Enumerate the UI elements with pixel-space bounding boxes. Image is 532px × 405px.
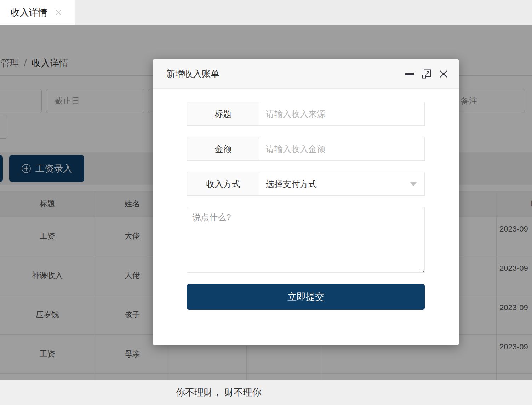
- note-textarea[interactable]: [187, 207, 425, 273]
- maximize-button[interactable]: [422, 69, 431, 79]
- payment-method-select[interactable]: 选择支付方式: [259, 172, 424, 195]
- payment-method-value: 选择支付方式: [266, 178, 317, 190]
- dialog-header: 新增收入账单: [153, 59, 459, 89]
- amount-input[interactable]: [259, 137, 424, 160]
- footer-text: 你不理财， 财不理你: [176, 380, 261, 405]
- dialog-title: 新增收入账单: [166, 68, 219, 80]
- minimize-button[interactable]: [405, 69, 414, 79]
- minimize-icon: [405, 73, 414, 75]
- tab-income-details[interactable]: 收入详情: [0, 0, 75, 25]
- maximize-icon: [422, 69, 431, 79]
- close-icon: [439, 69, 448, 79]
- dialog-body: 标题 金额 收入方式 选择支付方式 立即提交: [153, 89, 459, 310]
- chevron-down-icon: [410, 182, 417, 186]
- add-income-dialog: 新增收入账单 标题: [153, 59, 459, 345]
- app-window: 管理/收入详情 工资录入 标题 姓名 时间: [0, 0, 532, 405]
- dialog-controls: [405, 59, 448, 89]
- amount-label: 金额: [187, 137, 259, 160]
- submit-button[interactable]: 立即提交: [187, 284, 425, 310]
- tab-close-icon[interactable]: [55, 8, 62, 16]
- title-label: 标题: [187, 102, 259, 125]
- method-label: 收入方式: [187, 172, 259, 195]
- form-row-title: 标题: [187, 102, 425, 126]
- page-footer: 你不理财， 财不理你: [0, 380, 532, 405]
- title-input[interactable]: [259, 102, 424, 125]
- tab-label: 收入详情: [11, 6, 47, 19]
- close-button[interactable]: [439, 69, 448, 79]
- tab-bar: 收入详情: [0, 0, 532, 25]
- form-row-method: 收入方式 选择支付方式: [187, 172, 425, 196]
- form-row-amount: 金额: [187, 137, 425, 161]
